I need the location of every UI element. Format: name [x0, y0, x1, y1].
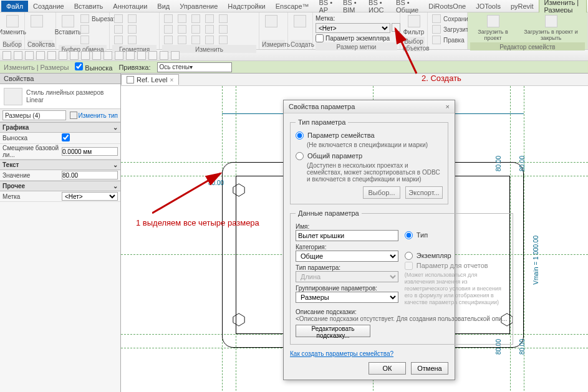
export-button[interactable]: Экспорт... [405, 186, 443, 199]
geom5[interactable] [126, 24, 138, 34]
binding-dropdown[interactable]: Ось стены ▾ [157, 62, 232, 72]
m9[interactable] [190, 35, 202, 45]
view-tab-ref-level[interactable]: Ref. Level × [121, 74, 179, 85]
tab-insert[interactable]: Вставить [69, 1, 108, 12]
geom6[interactable] [126, 35, 138, 45]
create-icon [294, 15, 306, 27]
qat-8-icon[interactable] [92, 51, 101, 60]
qat-14-icon[interactable] [160, 51, 168, 60]
select-button[interactable]: Выбор... [363, 186, 400, 199]
geom4[interactable] [126, 14, 138, 24]
extend-icon [191, 25, 200, 34]
tab-diroots[interactable]: DiRootsOne [423, 1, 471, 12]
qat-11-icon[interactable] [126, 51, 135, 60]
edit-tooltip-button[interactable]: Редактировать подсказку... [296, 325, 370, 337]
edit-type-button[interactable]: Изменить тип [70, 112, 118, 119]
rotate-icon [164, 25, 173, 34]
load-project-button[interactable]: Загрузить в проект [470, 14, 516, 42]
m8[interactable] [190, 24, 202, 34]
ptype-label: Тип параметра: [296, 264, 398, 271]
m2[interactable] [162, 24, 175, 34]
tab-addins[interactable]: Надстройки [223, 1, 270, 12]
radio-shared[interactable] [296, 152, 304, 160]
qat-save-icon[interactable] [25, 51, 34, 60]
qat-12-icon[interactable] [137, 51, 146, 60]
qat-13-icon[interactable] [148, 51, 157, 60]
grouping-select[interactable]: Размеры [296, 292, 398, 303]
cat-graphics[interactable]: Графика⌄ [0, 122, 120, 133]
tab-view[interactable]: Вид [152, 1, 175, 12]
m5[interactable] [176, 24, 188, 34]
help-link[interactable]: Как создать параметры семейства? [290, 350, 393, 357]
geom3[interactable] [112, 35, 125, 45]
tab-jotools[interactable]: JOTools [471, 1, 506, 12]
cat-text[interactable]: Текст⌄ [0, 160, 120, 170]
row-offset-label: Смещение базовой ли... [2, 145, 62, 158]
tab-annotate[interactable]: Аннотации [108, 1, 152, 12]
m6[interactable] [176, 35, 188, 45]
view-close-icon[interactable]: × [170, 77, 174, 84]
cancel-button[interactable]: Отмена [411, 362, 448, 375]
tab-pyrevit[interactable]: pyRevit [506, 1, 539, 12]
qat-open-icon[interactable] [14, 51, 22, 60]
mark-dropdown[interactable]: <Нет> [316, 23, 390, 33]
qat-15-icon[interactable] [171, 51, 180, 60]
row-value-input[interactable] [62, 171, 118, 179]
tab-enscape[interactable]: Enscape™ [271, 1, 314, 12]
m7[interactable] [190, 14, 202, 24]
row-mark-select[interactable]: <Нет> [62, 192, 118, 201]
create-button[interactable] [291, 14, 309, 30]
m15[interactable] [217, 35, 229, 45]
qat-5-icon[interactable] [59, 51, 67, 60]
properties-button[interactable] [27, 14, 46, 30]
tab-file[interactable]: Файл [1, 1, 28, 12]
ok-button[interactable]: ОК [369, 362, 406, 375]
m12[interactable] [203, 35, 216, 45]
qat-10-icon[interactable] [115, 51, 123, 60]
selection-label: Размеры (4) [5, 112, 41, 119]
name-input[interactable] [296, 230, 398, 241]
paste-button[interactable]: Вставить [59, 14, 77, 37]
cat-other[interactable]: Прочее⌄ [0, 181, 120, 191]
radio-type[interactable] [405, 231, 413, 239]
grouping-label: Группирование параметров: [296, 285, 398, 292]
svg-marker-0 [233, 184, 244, 196]
tab-manage[interactable]: Управление [175, 1, 223, 12]
m13[interactable] [217, 14, 229, 24]
selection-dropdown[interactable]: Размеры (4) [2, 110, 66, 120]
leader-checkbox[interactable]: Выноска [75, 62, 112, 72]
geom2[interactable] [112, 24, 125, 34]
qat-9-icon[interactable] [104, 51, 112, 60]
category-select[interactable]: Общие [296, 251, 398, 262]
group-measure-label: Измерить [262, 40, 285, 48]
radio-instance[interactable] [405, 252, 413, 260]
row-leader-check[interactable] [62, 133, 70, 141]
geom1[interactable] [112, 14, 125, 24]
qat-7-icon[interactable] [81, 51, 90, 60]
m11[interactable] [203, 24, 216, 34]
dim-80-br2: 80.00 [519, 339, 526, 355]
modify-button[interactable]: Изменить [2, 14, 22, 37]
parameter-properties-dialog: Свойства параметра × Тип параметра Парам… [283, 100, 455, 380]
measure-button[interactable] [262, 14, 281, 30]
ptype-select[interactable]: Длина [296, 271, 398, 282]
m10[interactable] [203, 14, 216, 24]
i13-icon [219, 14, 228, 23]
m1[interactable] [162, 14, 175, 24]
qat-6-icon[interactable] [70, 51, 79, 60]
view-tabs: Ref. Level × [121, 74, 588, 86]
tab-create[interactable]: Создание [28, 1, 69, 12]
qat-undo-icon[interactable] [36, 51, 45, 60]
qat-redo-icon[interactable] [47, 51, 56, 60]
m14[interactable] [217, 24, 229, 34]
qat-new-icon[interactable] [2, 51, 11, 60]
radio-family[interactable] [296, 131, 304, 140]
m3[interactable] [162, 35, 175, 45]
m4[interactable] [176, 14, 188, 24]
type-selector[interactable]: Стиль линейных размеровLinear [0, 84, 120, 109]
load-close-button[interactable]: Загрузить в проект и закрыть [517, 14, 585, 42]
param-instance-check[interactable]: Параметр экземпляра [316, 34, 400, 42]
dialog-close-icon[interactable]: × [446, 103, 450, 110]
row-offset-input[interactable] [62, 147, 118, 156]
annotation-1: 1 выделяем все четыре размера [136, 218, 259, 227]
